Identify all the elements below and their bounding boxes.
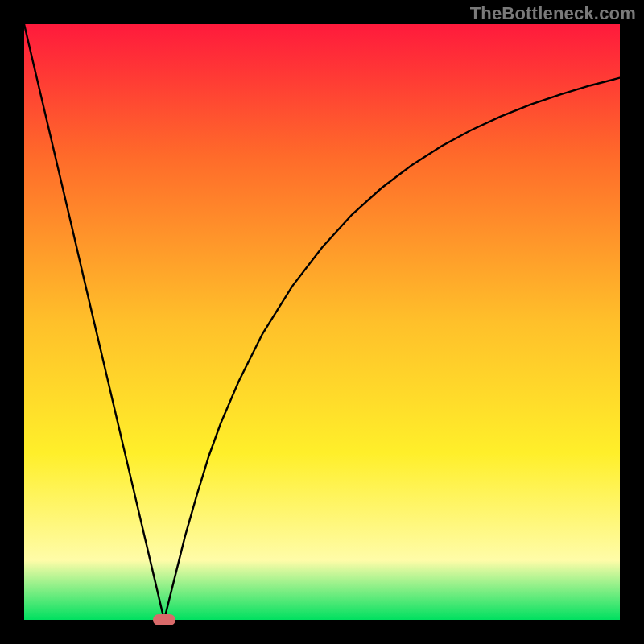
gradient-background <box>24 24 620 620</box>
plot-area <box>24 24 620 620</box>
watermark-text: TheBottleneck.com <box>470 3 636 24</box>
optimum-marker <box>153 614 175 625</box>
chart-frame: TheBottleneck.com <box>0 0 644 644</box>
plot-svg <box>24 24 620 620</box>
